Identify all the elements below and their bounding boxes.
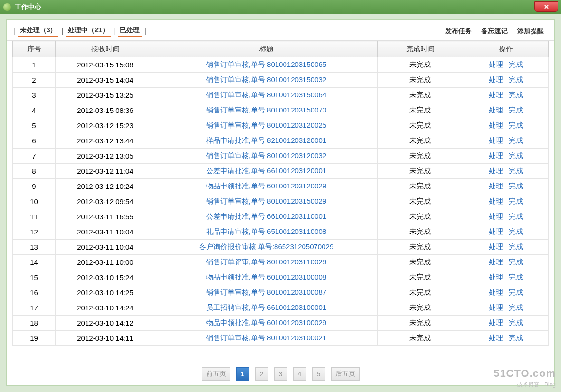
- op-finish-link[interactable]: 完成: [509, 75, 523, 84]
- op-finish-link[interactable]: 完成: [509, 227, 523, 235]
- op-process-link[interactable]: 处理: [489, 273, 503, 281]
- op-finish-link[interactable]: 完成: [509, 167, 523, 175]
- op-finish-link[interactable]: 完成: [509, 106, 523, 114]
- op-finish-link[interactable]: 完成: [509, 151, 523, 159]
- tab-unprocessed[interactable]: 未处理（3）: [18, 25, 59, 37]
- pager-page-4[interactable]: 4: [293, 367, 306, 381]
- op-process-link[interactable]: 处理: [489, 243, 503, 251]
- close-icon: ✕: [544, 3, 549, 10]
- op-finish-link[interactable]: 完成: [509, 121, 523, 129]
- op-process-link[interactable]: 处理: [489, 75, 503, 84]
- op-process-link[interactable]: 处理: [489, 106, 503, 114]
- op-process-link[interactable]: 处理: [489, 197, 503, 205]
- op-process-link[interactable]: 处理: [489, 121, 503, 129]
- cell-title[interactable]: 销售订单审核,单号:801001203120025: [155, 118, 378, 133]
- op-process-link[interactable]: 处理: [489, 136, 503, 144]
- op-process-link[interactable]: 处理: [489, 318, 503, 327]
- add-reminder-link[interactable]: 添加提醒: [517, 27, 544, 36]
- cell-recvtime: 2012-03-12 13:44: [56, 133, 155, 149]
- cell-title[interactable]: 销售订单审核,单号:801001203150064: [155, 88, 378, 103]
- cell-title[interactable]: 公差申请批准,单号:661001203120001: [155, 164, 378, 179]
- op-process-link[interactable]: 处理: [489, 167, 503, 175]
- op-process-link[interactable]: 处理: [489, 182, 503, 190]
- cell-recvtime: 2012-03-15 14:04: [56, 73, 155, 88]
- cell-recvtime: 2012-03-10 14:25: [56, 285, 155, 300]
- op-process-link[interactable]: 处理: [489, 334, 503, 342]
- cell-recvtime: 2012-03-12 09:54: [56, 194, 155, 209]
- cell-seq: 19: [13, 331, 56, 346]
- op-process-link[interactable]: 处理: [489, 303, 503, 311]
- op-finish-link[interactable]: 完成: [509, 182, 523, 190]
- op-finish-link[interactable]: 完成: [509, 273, 523, 281]
- op-process-link[interactable]: 处理: [489, 60, 503, 68]
- titlebar: 工作中心 ✕: [0, 0, 561, 14]
- publish-task-link[interactable]: 发布任务: [445, 27, 472, 36]
- cell-ops: 处理完成: [463, 149, 549, 164]
- op-process-link[interactable]: 处理: [489, 227, 503, 235]
- cell-seq: 15: [13, 270, 56, 285]
- table-row: 192012-03-10 14:11销售订单审核,单号:801001203100…: [13, 331, 549, 346]
- cell-title[interactable]: 销售订单审核,单号:801001203150065: [155, 57, 378, 73]
- op-finish-link[interactable]: 完成: [509, 212, 523, 220]
- cell-donetime: 未完成: [378, 194, 463, 209]
- close-button[interactable]: ✕: [534, 1, 558, 12]
- table-row: 42012-03-15 08:36销售订单审核,单号:8010012031500…: [13, 103, 549, 118]
- cell-donetime: 未完成: [378, 149, 463, 164]
- tab-processing[interactable]: 处理中（21）: [66, 25, 111, 37]
- tab-processed[interactable]: 已处理: [118, 25, 142, 37]
- pager-page-2[interactable]: 2: [255, 367, 268, 381]
- cell-recvtime: 2012-03-15 08:36: [56, 103, 155, 118]
- op-finish-link[interactable]: 完成: [509, 334, 523, 342]
- cell-title[interactable]: 公差申请批准,单号:661001203110001: [155, 209, 378, 224]
- cell-ops: 处理完成: [463, 255, 549, 270]
- pager-next5[interactable]: 后五页: [331, 367, 360, 381]
- cell-title[interactable]: 客户询价报价审核,单号:865231205070029: [155, 240, 378, 255]
- op-process-link[interactable]: 处理: [489, 151, 503, 159]
- table-row: 82012-03-12 11:04公差申请批准,单号:6610012031200…: [13, 164, 549, 179]
- cell-ops: 处理完成: [463, 103, 549, 118]
- cell-donetime: 未完成: [378, 133, 463, 149]
- pager-prev5[interactable]: 前五页: [202, 367, 230, 381]
- op-finish-link[interactable]: 完成: [509, 136, 523, 144]
- op-process-link[interactable]: 处理: [489, 212, 503, 220]
- cell-ops: 处理完成: [463, 57, 549, 73]
- window-title: 工作中心: [15, 3, 41, 11]
- cell-title[interactable]: 礼品申请审核,单号:651001203110008: [155, 224, 378, 240]
- cell-title[interactable]: 销售订单评审,单号:801001203110029: [155, 255, 378, 270]
- op-finish-link[interactable]: 完成: [509, 318, 523, 327]
- op-process-link[interactable]: 处理: [489, 91, 503, 99]
- cell-ops: 处理完成: [463, 133, 549, 149]
- pager-page-3[interactable]: 3: [274, 367, 287, 381]
- cell-ops: 处理完成: [463, 194, 549, 209]
- cell-title[interactable]: 销售订单审核,单号:801001203120032: [155, 149, 378, 164]
- cell-title[interactable]: 物品申领批准,单号:601001203100008: [155, 270, 378, 285]
- table-row: 142012-03-11 10:00销售订单评审,单号:801001203110…: [13, 255, 549, 270]
- cell-title[interactable]: 物品申领批准,单号:601001203120029: [155, 179, 378, 194]
- op-finish-link[interactable]: 完成: [509, 288, 523, 296]
- cell-donetime: 未完成: [378, 270, 463, 285]
- pager: 前五页 12345 后五页: [7, 363, 554, 385]
- op-process-link[interactable]: 处理: [489, 288, 503, 296]
- op-finish-link[interactable]: 完成: [509, 258, 523, 266]
- cell-title[interactable]: 销售订单审核,单号:801001203150070: [155, 103, 378, 118]
- pager-page-5[interactable]: 5: [312, 367, 325, 381]
- cell-title[interactable]: 样品申请批准,单号:821001203120001: [155, 133, 378, 149]
- op-finish-link[interactable]: 完成: [509, 197, 523, 205]
- cell-title[interactable]: 销售订单审核,单号:801001203150032: [155, 73, 378, 88]
- op-finish-link[interactable]: 完成: [509, 303, 523, 311]
- op-finish-link[interactable]: 完成: [509, 60, 523, 68]
- cell-title[interactable]: 员工招聘审核,单号:661001203100001: [155, 300, 378, 316]
- op-process-link[interactable]: 处理: [489, 258, 503, 266]
- memo-link[interactable]: 备忘速记: [481, 27, 508, 36]
- cell-title[interactable]: 销售订单审核,单号:801001203100087: [155, 285, 378, 300]
- cell-recvtime: 2012-03-10 14:12: [56, 316, 155, 331]
- cell-title[interactable]: 销售订单审核,单号:801001203150029: [155, 194, 378, 209]
- pager-page-1[interactable]: 1: [236, 367, 249, 381]
- op-finish-link[interactable]: 完成: [509, 243, 523, 251]
- cell-title[interactable]: 销售订单审核,单号:801001203100021: [155, 331, 378, 346]
- op-finish-link[interactable]: 完成: [509, 91, 523, 99]
- cell-title[interactable]: 物品申领批准,单号:601001203100029: [155, 316, 378, 331]
- table-row: 182012-03-10 14:12物品申领批准,单号:601001203100…: [13, 316, 549, 331]
- cell-seq: 1: [13, 57, 56, 73]
- cell-donetime: 未完成: [378, 240, 463, 255]
